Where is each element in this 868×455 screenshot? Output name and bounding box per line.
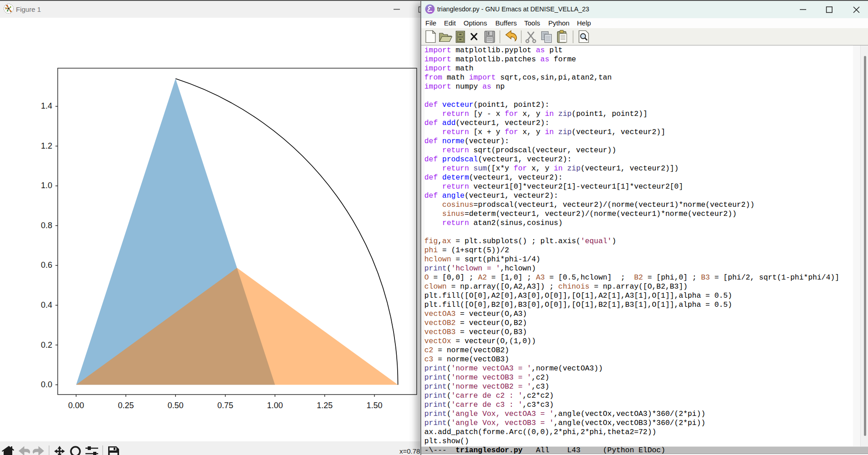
svg-text:1.25: 1.25 bbox=[317, 401, 333, 410]
svg-text:0.25: 0.25 bbox=[118, 401, 134, 410]
svg-text:0.4: 0.4 bbox=[41, 300, 52, 310]
svg-text:1.0: 1.0 bbox=[41, 181, 52, 190]
svg-text:0.8: 0.8 bbox=[41, 221, 52, 230]
svg-text:1.4: 1.4 bbox=[41, 101, 52, 110]
svg-text:1.50: 1.50 bbox=[366, 401, 382, 410]
svg-text:0.75: 0.75 bbox=[217, 401, 233, 410]
svg-text:0.6: 0.6 bbox=[41, 260, 52, 270]
svg-text:0.0: 0.0 bbox=[41, 380, 52, 389]
svg-text:0.00: 0.00 bbox=[68, 401, 84, 410]
svg-text:0.50: 0.50 bbox=[168, 401, 184, 410]
svg-text:1.00: 1.00 bbox=[267, 401, 283, 410]
svg-text:1.2: 1.2 bbox=[41, 141, 52, 150]
svg-text:0.2: 0.2 bbox=[41, 340, 52, 350]
